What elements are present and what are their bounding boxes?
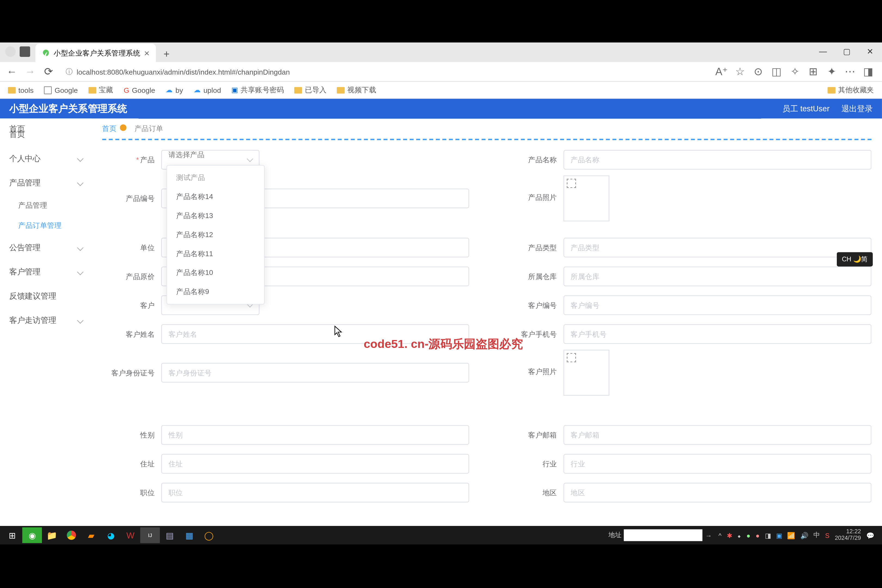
region-input[interactable] [564,483,872,502]
product-name-input[interactable] [564,150,872,170]
watermark-big: code51. cn-源码乐园盗图必究 [364,336,523,352]
sidebar-product-mgmt[interactable]: 产品管理 [0,195,92,216]
tray-lang-icon[interactable]: 中 [813,531,820,540]
tray-network-icon[interactable]: 📶 [787,532,795,539]
customer-email-input[interactable] [564,425,872,445]
customer-phone-input[interactable] [564,324,872,344]
new-tab-button[interactable]: + [159,46,174,62]
bookmark-other[interactable]: 其他收藏夹 [824,84,878,96]
read-aloud-icon[interactable]: A⁺ [716,66,727,77]
close-window-button[interactable]: ✕ [858,42,882,61]
tab-order[interactable]: 产品订单 [135,124,164,134]
taskbar-clock[interactable]: 12:22 2024/7/29 [835,529,861,542]
tray-ime-icon[interactable]: S [825,532,830,539]
product-type-input[interactable] [564,238,872,257]
warehouse-input[interactable] [564,267,872,286]
broken-image-icon [567,179,576,188]
browser-tab-strip: 小型企业客户关系管理系统 × + — ▢ ✕ [0,42,882,62]
taskbar-sublime[interactable]: ▰ [81,527,101,543]
sidebar-customer[interactable]: 客户管理 [0,260,92,284]
collections-icon[interactable]: ✧ [789,66,801,77]
split-icon[interactable]: ◫ [771,66,782,77]
label-product-name: 产品名称 [504,155,564,165]
menu-icon[interactable]: ⋯ [844,66,856,77]
app-title: 小型企业客户关系管理系统 [9,102,127,115]
dropdown-option[interactable]: 产品名称10 [167,263,264,282]
taskbar-go-icon[interactable]: → [705,532,712,539]
start-button[interactable]: ⊞ [3,527,22,543]
dropdown-option[interactable]: 产品名称11 [167,244,264,263]
taskbar-addr-input[interactable] [624,529,703,541]
dropdown-option[interactable]: 产品名称13 [167,206,264,225]
tab-overview-icon[interactable] [20,46,30,57]
bookmark-shared[interactable]: ▣共享账号密码 [228,84,288,96]
tray-icon[interactable]: ● [756,532,760,539]
sidebar-home-top[interactable]: 首页 [9,124,25,135]
url-input[interactable]: ⓘ localhost:8080/kehuguanxi/admin/dist/i… [60,64,710,80]
bookmark-uplod[interactable]: ☁uplod [190,84,225,96]
product-photo-upload[interactable] [564,176,609,221]
position-input[interactable] [161,483,469,502]
taskbar-app-1[interactable]: ◉ [22,527,42,543]
minimize-button[interactable]: — [811,42,835,61]
extensions-icon[interactable]: ⊞ [807,66,819,77]
taskbar-edge[interactable]: ◕ [101,527,121,543]
bookmark-imported[interactable]: 已导入 [291,84,330,96]
tab-home[interactable]: 首页 [102,124,126,134]
tray-icon[interactable]: ◨ [765,532,771,539]
current-user[interactable]: 员工 testUser [782,103,830,114]
tray-icon[interactable]: ⬥ [737,532,741,539]
address-input[interactable] [161,454,469,474]
bookmark-google[interactable]: Google [40,85,82,95]
gender-input[interactable] [161,425,469,445]
browser-tab[interactable]: 小型企业客户关系管理系统 × [35,44,156,62]
tray-icon[interactable]: ▣ [776,532,782,539]
bookmark-tools[interactable]: tools [4,85,37,95]
dropdown-option[interactable]: 产品名称12 [167,225,264,244]
close-tab-icon[interactable]: × [144,48,150,58]
tray-up-icon[interactable]: ^ [718,532,722,539]
logout-link[interactable]: 退出登录 [842,103,873,114]
taskbar-idea[interactable]: IJ [140,527,160,543]
bookmark-by[interactable]: ☁by [162,84,187,96]
industry-input[interactable] [564,454,872,474]
taskbar-chrome[interactable] [62,527,81,543]
sidebar-visit[interactable]: 客户走访管理 [0,308,92,333]
tray-notification-icon[interactable]: 💬 [866,532,874,539]
sidebar-feedback[interactable]: 反馈建议管理 [0,284,92,308]
forward-button[interactable]: → [24,65,37,78]
refresh-button[interactable]: ⟳ [42,65,55,78]
label-gender: 性别 [102,430,161,440]
tray-icon[interactable]: ● [746,532,750,539]
taskbar-app-8[interactable]: ▤ [160,527,179,543]
sidebar-product[interactable]: 产品管理 [0,171,92,195]
dropdown-option[interactable]: 产品名称14 [167,187,264,206]
label-customer-id: 客户身份证号 [102,368,161,378]
taskbar-explorer[interactable]: 📁 [42,527,62,543]
taskbar-app-10[interactable]: ◯ [199,527,219,543]
tray-volume-icon[interactable]: 🔊 [800,532,808,539]
bookmark-baozang[interactable]: 宝藏 [84,84,117,96]
maximize-button[interactable]: ▢ [835,42,859,61]
customer-photo-upload[interactable] [564,350,609,396]
profile-icon[interactable] [5,46,16,57]
sync-icon[interactable]: ⊙ [752,66,764,77]
sidebar-icon[interactable]: ◨ [862,66,874,77]
customer-id-input[interactable] [161,363,469,382]
extension2-icon[interactable]: ✦ [826,66,837,77]
customer-no-input[interactable] [564,296,872,315]
sidebar-personal[interactable]: 个人中心 [0,147,92,171]
taskbar-app-9[interactable]: ▦ [180,527,199,543]
label-product-type: 产品类型 [504,243,564,252]
tray-icon[interactable]: ✱ [727,532,732,539]
dropdown-option[interactable]: 产品名称9 [167,282,264,302]
taskbar-wps[interactable]: W [121,527,140,543]
sidebar-product-order[interactable]: 产品订单管理 [0,215,92,236]
favorite-icon[interactable]: ☆ [734,66,746,77]
sidebar-notice[interactable]: 公告管理 [0,236,92,260]
back-button[interactable]: ← [5,65,18,78]
sidebar: 首页 个人中心 产品管理 产品管理 产品订单管理 公告管理 客户管理 反馈建议管… [0,118,92,122]
dropdown-option[interactable]: 测试产品 [167,168,264,187]
bookmark-video[interactable]: 视频下载 [333,84,380,96]
bookmark-google2[interactable]: GGoogle [120,85,159,95]
